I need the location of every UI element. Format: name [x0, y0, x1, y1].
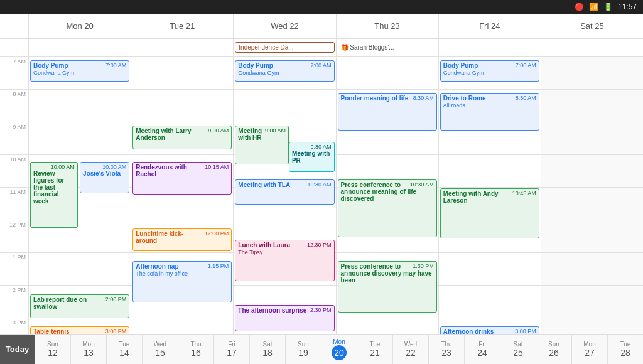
fri-slot-2 [439, 285, 541, 318]
sat-slot-10 [541, 154, 643, 187]
time-col-spacer [0, 14, 28, 38]
mini-sun26[interactable]: Sun 26 [536, 335, 571, 364]
mini-sat18[interactable]: Sat 18 [249, 335, 285, 364]
time-1pm: 1 PM [0, 252, 28, 285]
mini-mon13[interactable]: Mon 13 [70, 335, 106, 364]
saturday-column [541, 56, 643, 334]
time-10am: 10 AM [0, 154, 28, 187]
sat-slot-7 [541, 56, 643, 89]
mon-josies-viola[interactable]: 10:00 AM Josie's Viola [80, 162, 129, 193]
mini-tue28[interactable]: Tue 28 [607, 335, 643, 364]
all-day-fri [438, 39, 541, 56]
wed-meeting-tla[interactable]: 10:30 AM Meeting with TLA [235, 179, 334, 205]
time-12pm: 12 PM [0, 220, 28, 252]
mon-table-tennis[interactable]: 3:00 PM Table tennis tournament against … [30, 326, 129, 334]
thursday-column: 8:30 AM Ponder meaning of life 10:30 AM … [336, 56, 438, 334]
tue-slot-3 [131, 318, 233, 334]
thu-slot-7 [337, 56, 438, 89]
time-8am: 8 AM [0, 89, 28, 122]
mini-sat25[interactable]: Sat 25 [500, 335, 536, 364]
friday-column: 7:00 AM Body Pump Gondwana Gym 8:30 AM D… [438, 56, 541, 334]
tuesday-column: 9:00 AM Meeting with Larry Anderson 10:1… [131, 56, 233, 334]
fri-slot-1 [439, 252, 541, 285]
sat-slot-12 [541, 220, 643, 252]
wifi-icon: 📶 [589, 3, 598, 11]
mini-thu16[interactable]: Thu 16 [178, 335, 213, 364]
tue-rendezvous-rachel[interactable]: 10:15 AM Rendezvous with Rachel [132, 162, 232, 195]
monday-column: 7:00 AM Body Pump Gondwana Gym 10:00 AM … [28, 56, 131, 334]
clock: 11:57 [618, 3, 637, 11]
mon-lab-report[interactable]: 2:00 PM Lab report due on swallow [30, 294, 129, 318]
bottom-nav: Today Sun 12 Mon 13 Tue 14 Wed 15 Thu 16… [0, 334, 643, 364]
calendar: Mon 20 Tue 21 Wed 22 Thu 23 Fri 24 Sat 2… [0, 14, 643, 364]
sat-slot-2 [541, 285, 643, 318]
all-day-label [0, 39, 28, 56]
header-sat25[interactable]: Sat 25 [541, 14, 643, 38]
tue-lunchtime-kickaround[interactable]: 12:00 PM Lunchtime kick-around [132, 228, 232, 251]
status-bar: 🔴 📶 🔋 11:57 [0, 0, 643, 14]
header-wed22[interactable]: Wed 22 [233, 14, 335, 38]
mon-body-pump[interactable]: 7:00 AM Body Pump Gondwana Gym [30, 60, 129, 82]
header-fri24[interactable]: Fri 24 [438, 14, 541, 38]
mini-wed22[interactable]: Wed 22 [392, 335, 428, 364]
thu-slot-3 [337, 318, 438, 334]
fri-body-pump[interactable]: 7:00 AM Body Pump Gondwana Gym [440, 60, 539, 82]
time-7am: 7 AM [0, 56, 28, 89]
thu-ponder-life[interactable]: 8:30 AM Ponder meaning of life [338, 93, 437, 131]
mini-sun12[interactable]: Sun 12 [35, 335, 70, 364]
mini-fri17[interactable]: Fri 17 [213, 335, 249, 364]
mini-mon27[interactable]: Mon 27 [571, 335, 607, 364]
mini-tue21[interactable]: Tue 21 [357, 335, 392, 364]
tue-slot-7 [131, 56, 233, 89]
wed-meeting-hr[interactable]: 9:00 AM Meeting with HR [235, 126, 289, 164]
mini-fri24[interactable]: Fri 24 [464, 335, 500, 364]
mini-wed15[interactable]: Wed 15 [142, 335, 178, 364]
sat-slot-9 [541, 122, 643, 154]
time-column: 7 AM 8 AM 9 AM 10 AM 11 AM 12 PM 1 PM 2 … [0, 56, 28, 334]
thu-press-conference-meaning[interactable]: 10:30 AM Press conference to announce me… [338, 179, 437, 237]
fri-slot-10 [439, 154, 541, 187]
all-day-wed[interactable]: Independence Da... [233, 39, 335, 56]
wed-slot-8 [234, 89, 335, 122]
mon-review-figures[interactable]: 10:00 AM Review figures for the last fin… [30, 162, 78, 228]
mini-sun19[interactable]: Sun 19 [285, 335, 321, 364]
all-day-tue [131, 39, 233, 56]
battery-icon: 🔋 [603, 3, 613, 11]
wed-meeting-pr[interactable]: 9:30 AM Meeting with PR [289, 142, 335, 172]
wed-body-pump[interactable]: 7:00 AM Body Pump Gondwana Gym [235, 60, 334, 82]
wednesday-column: 7:00 AM Body Pump Gondwana Gym 9:00 AM M… [233, 56, 335, 334]
time-2pm: 2 PM [0, 285, 28, 318]
time-grid: 7 AM 8 AM 9 AM 10 AM 11 AM 12 PM 1 PM 2 … [0, 56, 643, 334]
independence-day-event[interactable]: Independence Da... [235, 42, 334, 53]
header-thu23[interactable]: Thu 23 [336, 14, 438, 38]
all-day-sat [541, 39, 643, 56]
wed-lunch-laura[interactable]: 12:30 PM Lunch with Laura The Tipsy [235, 240, 334, 281]
tue-meeting-larry[interactable]: 9:00 AM Meeting with Larry Anderson [132, 126, 232, 149]
mon-slot-9 [29, 122, 131, 154]
birthday-event: 🎁 Sarah Bloggs'... [338, 43, 437, 52]
time-11am: 11 AM [0, 187, 28, 220]
all-day-mon [28, 39, 131, 56]
sat-slot-1 [541, 252, 643, 285]
bluetooth-icon: 🔴 [575, 3, 584, 11]
time-9am: 9 AM [0, 122, 28, 154]
all-day-thu: 🎁 Sarah Bloggs'... [336, 39, 438, 56]
day-headers: Mon 20 Tue 21 Wed 22 Thu 23 Fri 24 Sat 2… [0, 14, 643, 39]
sat-slot-8 [541, 89, 643, 122]
mon-slot-8 [29, 89, 131, 122]
header-mon20[interactable]: Mon 20 [28, 14, 131, 38]
header-tue21[interactable]: Tue 21 [131, 14, 233, 38]
thu-press-conference-discovery[interactable]: 1:30 PM Press conference to announce dis… [338, 261, 437, 313]
tue-afternoon-nap[interactable]: 1:15 PM Afternoon nap The sofa in my off… [132, 261, 232, 302]
fri-meeting-andy[interactable]: 10:45 AM Meeting with Andy Lareson [440, 188, 539, 238]
mini-mon20[interactable]: Mon 20 [321, 335, 357, 364]
all-day-row: Independence Da... 🎁 Sarah Bloggs'... [0, 39, 643, 56]
today-button[interactable]: Today [0, 335, 35, 364]
fri-afternoon-drinks[interactable]: 3:00 PM Afternoon drinks Nearest waterin… [440, 326, 539, 334]
time-3pm: 3 PM [0, 318, 28, 334]
fri-drive-rome[interactable]: 8:30 AM Drive to Rome All roads [440, 93, 539, 131]
mini-thu23[interactable]: Thu 23 [428, 335, 464, 364]
wed-afternoon-surprise[interactable]: 2:30 PM The afternoon surprise [235, 305, 334, 331]
mini-tue14[interactable]: Tue 14 [106, 335, 142, 364]
sat-slot-3 [541, 318, 643, 334]
